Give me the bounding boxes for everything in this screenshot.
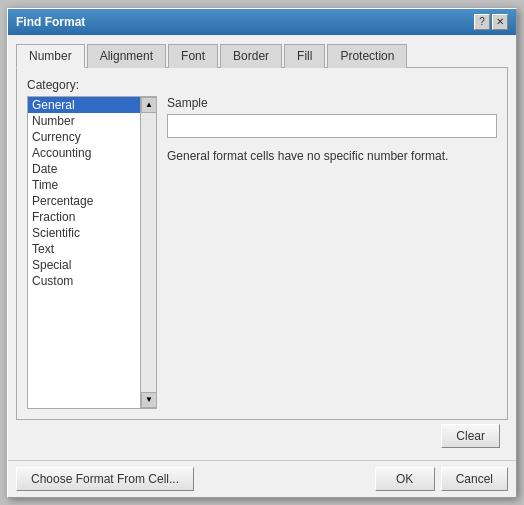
tab-bar: Number Alignment Font Border Fill Protec… (16, 43, 508, 68)
clear-button[interactable]: Clear (441, 424, 500, 448)
list-item[interactable]: Currency (28, 129, 156, 145)
list-item[interactable]: General (28, 97, 156, 113)
sample-box (167, 114, 497, 138)
choose-format-button[interactable]: Choose Format From Cell... (16, 467, 194, 491)
tab-font[interactable]: Font (168, 44, 218, 68)
list-item[interactable]: Scientific (28, 225, 156, 241)
list-item[interactable]: Accounting (28, 145, 156, 161)
list-item[interactable]: Special (28, 257, 156, 273)
format-description: General format cells have no specific nu… (167, 148, 497, 165)
category-label: Category: (27, 78, 497, 92)
tab-content-number: Category: General Number Currency Accoun… (16, 68, 508, 420)
right-panel: Sample General format cells have no spec… (167, 96, 497, 409)
ok-button[interactable]: OK (375, 467, 435, 491)
list-item[interactable]: Date (28, 161, 156, 177)
dialog-title: Find Format (16, 15, 85, 29)
list-item[interactable]: Number (28, 113, 156, 129)
number-panel: Category: General Number Currency Accoun… (27, 78, 497, 409)
list-item[interactable]: Text (28, 241, 156, 257)
dialog-content: Number Alignment Font Border Fill Protec… (8, 35, 516, 460)
sample-label: Sample (167, 96, 497, 110)
find-format-dialog: Find Format ? ✕ Number Alignment Font Bo… (7, 8, 517, 498)
scroll-down-button[interactable]: ▼ (141, 392, 157, 408)
tab-protection[interactable]: Protection (327, 44, 407, 68)
category-list: General Number Currency Accounting Date … (28, 97, 156, 408)
category-list-container: General Number Currency Accounting Date … (27, 96, 157, 409)
list-item[interactable]: Fraction (28, 209, 156, 225)
list-item[interactable]: Custom (28, 273, 156, 289)
dialog-footer: Choose Format From Cell... OK Cancel (8, 460, 516, 497)
list-item[interactable]: Percentage (28, 193, 156, 209)
tab-number[interactable]: Number (16, 44, 85, 68)
cancel-button[interactable]: Cancel (441, 467, 508, 491)
close-button[interactable]: ✕ (492, 14, 508, 30)
title-bar: Find Format ? ✕ (8, 9, 516, 35)
list-item[interactable]: Time (28, 177, 156, 193)
scroll-up-button[interactable]: ▲ (141, 97, 157, 113)
scrollbar[interactable]: ▲ ▼ (140, 97, 156, 408)
help-button[interactable]: ? (474, 14, 490, 30)
tab-alignment[interactable]: Alignment (87, 44, 166, 68)
panel-main: General Number Currency Accounting Date … (27, 96, 497, 409)
tab-fill[interactable]: Fill (284, 44, 325, 68)
clear-section: Clear (16, 420, 508, 452)
scroll-track[interactable] (141, 113, 156, 392)
footer-right: OK Cancel (375, 467, 508, 491)
footer-left: Choose Format From Cell... (16, 467, 375, 491)
tab-border[interactable]: Border (220, 44, 282, 68)
title-bar-buttons: ? ✕ (474, 14, 508, 30)
